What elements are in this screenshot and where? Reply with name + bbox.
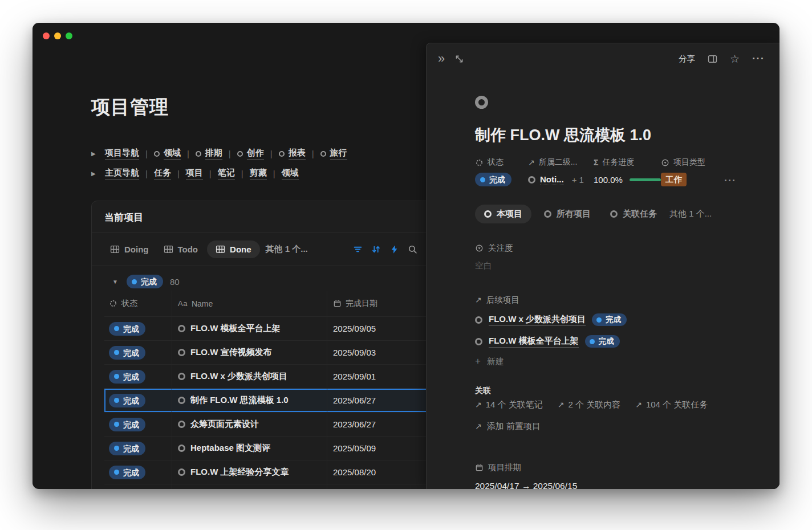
toggle-expand-icon[interactable]: ▶: [91, 170, 99, 177]
close-window-button[interactable]: [43, 32, 50, 39]
view-tab-todo[interactable]: Todo: [158, 240, 204, 258]
favorite-star-icon[interactable]: ☆: [730, 52, 740, 66]
column-header-name[interactable]: Aa Name: [172, 291, 327, 316]
name-cell[interactable]: FLO.W 模板全平台上架: [172, 317, 327, 340]
nav-link-home-nav[interactable]: 主页导航: [105, 168, 139, 180]
nav-link-project-nav[interactable]: 项目导航: [105, 148, 139, 160]
add-new-button[interactable]: + 新建: [475, 354, 757, 369]
relation-arrow-icon: ↗: [475, 400, 482, 409]
page-ring-icon: [178, 445, 185, 452]
search-icon[interactable]: [408, 244, 417, 254]
toggle-expand-icon[interactable]: ▶: [91, 150, 99, 157]
filter-icon[interactable]: [353, 244, 363, 254]
nav-link-report[interactable]: 报表: [279, 148, 306, 160]
name-cell[interactable]: 制作 FLO.W 思流模板 1.0: [172, 389, 327, 412]
toggle-collapse-icon[interactable]: ▼: [112, 279, 120, 285]
status-dot-icon: [480, 177, 485, 182]
focus-property-header[interactable]: 关注度: [475, 242, 757, 254]
status-badge: 完成: [109, 442, 145, 455]
relation-arrow-icon: ↗: [475, 295, 482, 304]
name-cell[interactable]: Heptabase 图文测评: [172, 437, 327, 460]
name-cell[interactable]: FLO.W 宣传视频发布: [172, 341, 327, 364]
tab-related-tasks[interactable]: 关联任务: [603, 205, 664, 223]
view-tab-done[interactable]: Done: [207, 240, 260, 258]
related-tasks-link[interactable]: ↗104 个 关联任务: [635, 398, 708, 411]
status-dot-icon: [132, 279, 137, 284]
side-peek-layout-icon[interactable]: [708, 54, 717, 64]
related-content-link[interactable]: ↗2 个 关联内容: [558, 398, 620, 411]
nav-link-notes[interactable]: 笔记: [218, 168, 235, 180]
status-badge: 完成: [592, 313, 627, 326]
nav-link-clips[interactable]: 剪藏: [250, 168, 267, 180]
property-label-progress[interactable]: Σ 任务进度: [594, 156, 661, 169]
status-dot-icon: [114, 470, 119, 475]
name-cell[interactable]: FLO.W 上架经验分享文章: [172, 460, 327, 484]
property-value-parent[interactable]: Noti... + 1: [528, 172, 594, 187]
column-header-status[interactable]: 状态: [104, 291, 172, 316]
status-dot-icon: [590, 339, 595, 344]
page-ring-icon: [154, 151, 160, 157]
tab-this-project[interactable]: 本项目: [475, 205, 531, 223]
nav-separator: |: [312, 149, 314, 158]
nav-link-tasks[interactable]: 任务: [154, 168, 171, 180]
property-label-status[interactable]: 状态: [475, 156, 528, 169]
minimize-window-button[interactable]: [54, 32, 61, 39]
progress-bar: [630, 178, 661, 181]
more-options-icon[interactable]: ···: [752, 52, 765, 65]
property-label-type[interactable]: 项目类型: [661, 156, 705, 169]
status-cell[interactable]: 完成: [104, 437, 172, 460]
add-predecessor-link[interactable]: ↗ 添加 前置项目: [475, 420, 757, 433]
more-views-button[interactable]: 其他 1 个...: [266, 244, 308, 255]
group-status-badge[interactable]: 完成: [127, 275, 163, 288]
rollup-sigma-icon: Σ: [594, 158, 598, 167]
status-cell[interactable]: 完成: [104, 365, 172, 388]
tab-more[interactable]: 其他 1 个...: [669, 209, 712, 219]
property-label-parent[interactable]: ↗ 所属二级...: [528, 156, 594, 169]
tab-all-projects[interactable]: 所有项目: [537, 205, 598, 223]
status-cell[interactable]: 完成: [104, 460, 172, 484]
schedule-header[interactable]: 项目排期: [475, 461, 757, 474]
nav-link-projects[interactable]: 项目: [186, 168, 203, 180]
property-value-status[interactable]: 完成: [475, 172, 528, 187]
focus-empty-value[interactable]: 空白: [475, 260, 757, 273]
page-ring-icon: [178, 349, 185, 356]
relation-extra-count: + 1: [572, 175, 584, 185]
next-project-item[interactable]: FLO.W 模板全平台上架 完成: [475, 333, 757, 349]
zoom-window-button[interactable]: [66, 32, 72, 39]
property-value-type[interactable]: 工作: [661, 172, 705, 187]
nav-link-travel[interactable]: 旅行: [320, 148, 347, 160]
nav-link-creation[interactable]: 创作: [237, 148, 264, 160]
view-tab-doing[interactable]: Doing: [104, 240, 155, 258]
next-project-item[interactable]: FLO.W x 少数派共创项目 完成: [475, 312, 757, 328]
next-projects-header[interactable]: ↗ 后续项目: [475, 293, 757, 306]
status-dot-icon: [114, 374, 119, 379]
table-view-icon: [110, 244, 120, 254]
panel-page-title[interactable]: 制作 FLO.W 思流模板 1.0: [475, 125, 757, 145]
page-ring-icon: [196, 151, 201, 157]
relations-links: ↗14 个 关联笔记 ↗2 个 关联内容 ↗104 个 关联任务: [475, 398, 757, 411]
more-properties-icon[interactable]: ···: [724, 175, 736, 187]
status-cell[interactable]: 完成: [104, 341, 172, 364]
automation-lightning-icon[interactable]: [389, 244, 399, 254]
nav-link-schedule[interactable]: 排期: [196, 148, 222, 160]
select-circle-icon: [661, 158, 669, 167]
status-cell[interactable]: 完成: [104, 317, 172, 340]
expand-page-icon[interactable]: [454, 54, 464, 64]
page-ring-icon: [544, 210, 551, 218]
status-cell[interactable]: 完成: [104, 389, 172, 412]
property-value-progress[interactable]: 100.0%: [594, 172, 661, 187]
panel-header-left: »: [438, 53, 464, 64]
page-ring-icon[interactable]: [475, 96, 488, 109]
nav-link-domain[interactable]: 领域: [154, 148, 181, 160]
close-peek-icon[interactable]: »: [438, 53, 445, 64]
page-title: 项目管理: [91, 95, 169, 119]
page-ring-icon: [610, 210, 618, 218]
name-cell[interactable]: FLO.W x 少数派共创项目: [172, 365, 327, 388]
sort-icon[interactable]: [371, 244, 381, 254]
name-cell[interactable]: 众筹页面元素设计: [172, 413, 327, 436]
schedule-value[interactable]: 2025/04/17 → 2025/06/15: [475, 479, 757, 489]
status-cell[interactable]: 完成: [104, 413, 172, 436]
related-notes-link[interactable]: ↗14 个 关联笔记: [475, 398, 543, 411]
share-button[interactable]: 分享: [679, 54, 695, 64]
nav-link-domains[interactable]: 领域: [282, 168, 299, 180]
